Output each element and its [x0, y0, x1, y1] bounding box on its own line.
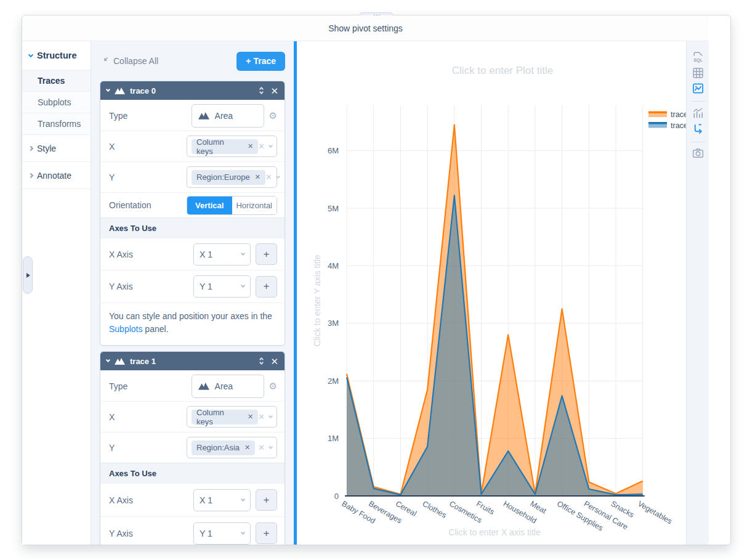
x-axis-dropdown[interactable]: X 1 — [193, 243, 251, 266]
x-data-selector[interactable]: Column keys ✕ ✕ — [187, 406, 277, 428]
sidebar: Structure Traces Subplots Transforms Sty… — [22, 41, 91, 545]
chevron-down-icon — [106, 87, 110, 92]
add-y-axis-button[interactable]: + — [256, 276, 277, 298]
chip-label: Column keys — [196, 408, 243, 426]
sidebar-item-traces[interactable]: Traces — [22, 70, 91, 92]
camera-snapshot-icon[interactable] — [692, 147, 705, 160]
trace-settings-panel: Collapse All + Trace trace 0 ✕ — [91, 41, 294, 545]
remove-chip-icon[interactable]: ✕ — [248, 142, 253, 150]
plot-title-placeholder[interactable]: Click to enter Plot title — [452, 65, 553, 76]
topbar: Show pivot settings — [22, 15, 709, 41]
table-view-icon[interactable] — [692, 67, 705, 79]
clear-icon[interactable]: ✕ — [258, 444, 265, 452]
svg-text:3M: 3M — [328, 319, 339, 328]
toolbar-divider — [691, 142, 705, 142]
axes-to-use-header: Axes To Use — [100, 217, 285, 238]
field-label: Y — [109, 443, 115, 453]
x-data-row: X Column keys ✕ ✕ — [100, 401, 285, 432]
trace-1-header[interactable]: trace 1 ✕ — [100, 352, 285, 370]
right-toolbar: SQL — [686, 41, 709, 545]
remove-chip-icon[interactable]: ✕ — [248, 413, 253, 421]
trace-0-card: trace 0 ✕ Type Area ⚙ — [100, 81, 285, 346]
orientation-horizontal-button[interactable]: Horizontal — [232, 197, 277, 214]
trace-title: trace 0 — [130, 86, 156, 95]
collapse-icon — [100, 57, 108, 65]
chevron-down-icon — [241, 530, 245, 534]
pivot-icon[interactable] — [692, 123, 705, 136]
y-data-selector[interactable]: Region:Europe ✕ ✕ — [187, 166, 277, 188]
chip-label: Column keys — [196, 137, 243, 156]
gear-icon[interactable]: ⚙ — [269, 381, 277, 392]
y-axis-title-placeholder[interactable]: Click to enter Y axis title — [312, 254, 322, 346]
series-trace-1[interactable] — [347, 125, 643, 496]
plot-area[interactable]: 01M2M3M4M5M6MBaby FoodBeveragesCerealClo… — [297, 41, 686, 545]
orientation-vertical-button[interactable]: Vertical — [187, 197, 232, 214]
trace-type-selector[interactable]: Area — [192, 375, 264, 398]
y-axis-dropdown[interactable]: Y 1 — [193, 275, 251, 298]
chevron-down-icon[interactable] — [269, 444, 273, 448]
plot-canvas[interactable]: 01M2M3M4M5M6MBaby FoodBeveragesCerealClo… — [297, 41, 709, 546]
svg-text:1M: 1M — [328, 434, 339, 443]
trace-0-header[interactable]: trace 0 ✕ — [100, 81, 285, 100]
area-trace-icon — [198, 112, 209, 120]
orientation-row: Orientation Vertical Horizontal — [100, 192, 285, 217]
sidebar-expand-handle[interactable] — [23, 256, 33, 294]
chevron-down-icon — [241, 283, 245, 288]
y-data-selector[interactable]: Region:Asia ✕ ✕ — [187, 437, 277, 458]
clear-icon[interactable]: ✕ — [258, 142, 265, 150]
svg-text:Meat: Meat — [528, 499, 548, 515]
reorder-trace-icon[interactable] — [260, 87, 263, 94]
toolbar-divider — [691, 101, 705, 102]
add-y-axis-button[interactable]: + — [256, 522, 277, 544]
combo-chart-icon[interactable] — [692, 107, 705, 120]
x-axis-dropdown[interactable]: X 1 — [193, 489, 251, 511]
sidebar-section-structure[interactable]: Structure — [22, 41, 91, 70]
field-label: X Axis — [109, 250, 133, 259]
clear-icon[interactable]: ✕ — [258, 413, 265, 421]
chevron-down-icon[interactable] — [269, 143, 273, 147]
trace-type-value: Area — [215, 381, 233, 391]
show-pivot-settings-link[interactable]: Show pivot settings — [328, 23, 403, 33]
field-label: Orientation — [109, 200, 151, 210]
selected-chip: Column keys ✕ — [192, 139, 258, 154]
close-icon[interactable]: ✕ — [270, 86, 278, 95]
sidebar-section-annotate[interactable]: Annotate — [22, 162, 91, 189]
sidebar-item-subplots[interactable]: Subplots — [22, 92, 91, 113]
collapse-all-label: Collapse All — [113, 56, 158, 66]
sidebar-section-label: Annotate — [37, 171, 71, 181]
y-data-row: Y Region:Asia ✕ ✕ — [100, 432, 285, 463]
selected-chip: Region:Asia ✕ — [192, 440, 255, 455]
svg-text:4M: 4M — [328, 261, 339, 270]
add-x-axis-button[interactable]: + — [256, 243, 277, 265]
sql-export-icon[interactable]: SQL — [692, 51, 705, 63]
remove-chip-icon[interactable]: ✕ — [255, 173, 260, 181]
chevron-down-icon — [241, 251, 245, 255]
field-label: Y Axis — [109, 529, 133, 538]
sidebar-section-style[interactable]: Style — [22, 135, 91, 162]
trace-type-selector[interactable]: Area — [192, 104, 264, 128]
subplots-link[interactable]: Subplots — [109, 324, 142, 334]
y-axis-dropdown[interactable]: Y 1 — [193, 522, 251, 545]
x-data-row: X Column keys ✕ ✕ — [100, 131, 285, 161]
chart-view-icon[interactable] — [692, 82, 705, 95]
remove-chip-icon[interactable]: ✕ — [244, 444, 250, 452]
svg-text:Vegetables: Vegetables — [636, 499, 674, 526]
add-trace-button[interactable]: + Trace — [236, 52, 285, 71]
trace-title: trace 1 — [130, 357, 156, 366]
selected-chip: Column keys ✕ — [192, 410, 258, 424]
orientation-toggle: Vertical Horizontal — [187, 196, 277, 215]
axes-to-use-header: Axes To Use — [100, 463, 285, 483]
collapse-all-button[interactable]: Collapse All — [100, 56, 158, 66]
sidebar-item-transforms[interactable]: Transforms — [22, 113, 91, 135]
x-axis-title-placeholder[interactable]: Click to enter X axis title — [448, 527, 541, 537]
close-icon[interactable]: ✕ — [270, 357, 278, 366]
chevron-right-icon — [28, 172, 33, 177]
chevron-down-icon[interactable] — [269, 413, 273, 418]
reorder-trace-icon[interactable] — [260, 358, 263, 364]
add-x-axis-button[interactable]: + — [256, 489, 277, 511]
gear-icon[interactable]: ⚙ — [269, 110, 277, 121]
x-axis-row: X Axis X 1 + — [100, 238, 285, 270]
clear-icon[interactable]: ✕ — [265, 173, 272, 181]
x-data-selector[interactable]: Column keys ✕ ✕ — [187, 136, 277, 157]
chevron-down-icon[interactable] — [276, 174, 280, 178]
